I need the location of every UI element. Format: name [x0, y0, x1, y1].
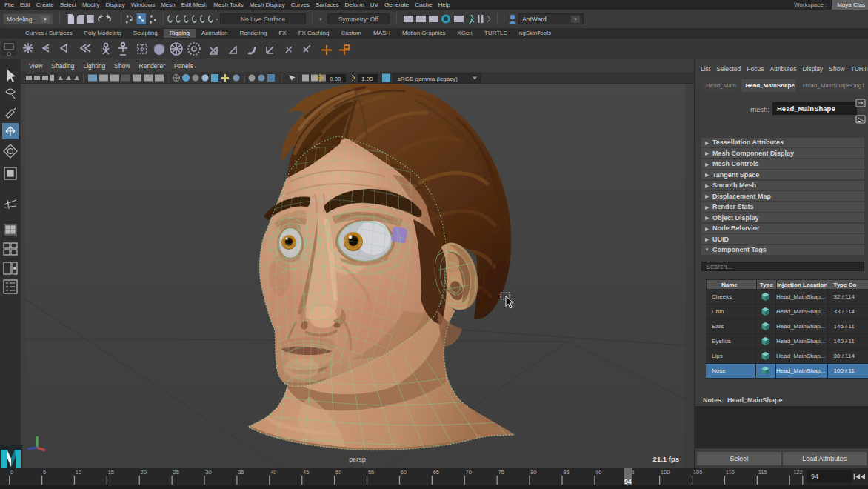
- svg-text:85: 85: [563, 469, 569, 476]
- svg-text:10: 10: [76, 469, 81, 476]
- svg-text:sRGB gamma (legacy): sRGB gamma (legacy): [398, 76, 458, 82]
- svg-text:55: 55: [368, 469, 374, 476]
- svg-text:25: 25: [173, 469, 179, 476]
- svg-text:100: 100: [661, 469, 670, 476]
- svg-text:65: 65: [433, 469, 439, 476]
- svg-text:15: 15: [108, 469, 114, 476]
- svg-text:50: 50: [335, 469, 341, 476]
- svg-text:115: 115: [758, 469, 767, 476]
- svg-text:60: 60: [401, 469, 407, 476]
- svg-text:75: 75: [498, 469, 504, 476]
- svg-text:105: 105: [693, 469, 703, 476]
- svg-text:5: 5: [43, 469, 46, 476]
- svg-text:110: 110: [726, 469, 735, 476]
- svg-text:80: 80: [530, 469, 536, 476]
- svg-text:30: 30: [205, 469, 211, 476]
- svg-text:90: 90: [595, 469, 601, 476]
- svg-text:45: 45: [303, 469, 309, 476]
- svg-text:35: 35: [238, 469, 244, 476]
- svg-text:20: 20: [141, 469, 147, 476]
- svg-text:122: 122: [793, 469, 803, 476]
- svg-text:70: 70: [466, 469, 472, 476]
- svg-text:1.00: 1.00: [361, 76, 373, 82]
- svg-text:40: 40: [270, 469, 276, 476]
- svg-text:0.00: 0.00: [330, 76, 341, 82]
- svg-text:0: 0: [10, 469, 13, 476]
- svg-text:94: 94: [624, 478, 632, 485]
